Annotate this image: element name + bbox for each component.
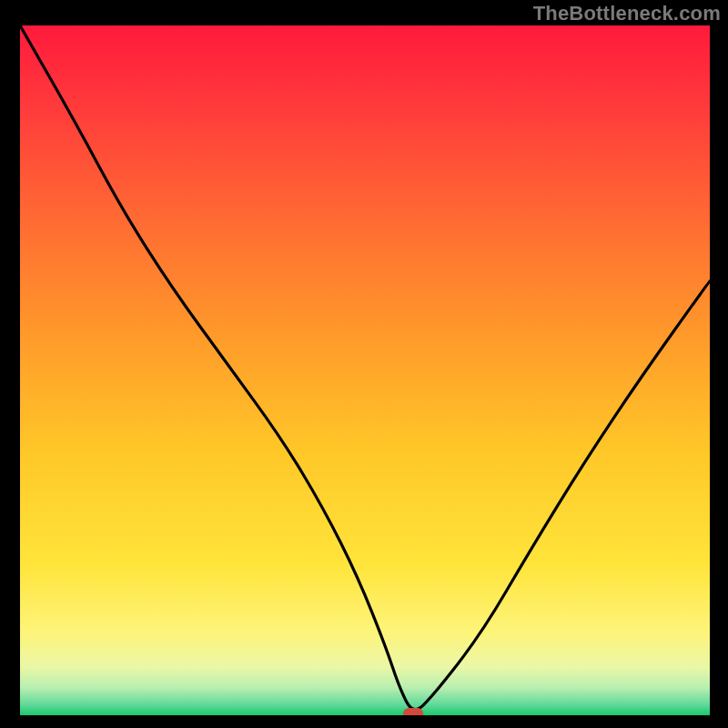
gradient-background <box>20 25 710 715</box>
chart-container: TheBottleneck.com <box>0 0 728 728</box>
chart-canvas <box>20 25 710 715</box>
minimum-marker <box>403 708 423 715</box>
attribution-label: TheBottleneck.com <box>533 2 721 25</box>
